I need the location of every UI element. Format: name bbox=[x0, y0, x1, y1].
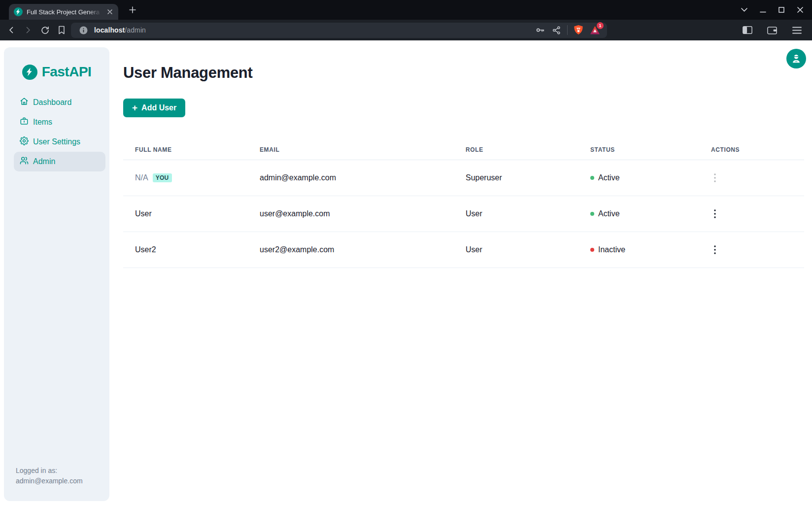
user-avatar-button[interactable] bbox=[786, 49, 806, 68]
column-full-name: Full Name bbox=[123, 139, 248, 160]
forward-button[interactable] bbox=[22, 24, 34, 36]
logged-in-label: Logged in as: bbox=[16, 466, 98, 476]
toolbar-divider bbox=[567, 25, 568, 35]
bookmark-icon[interactable] bbox=[55, 24, 68, 36]
cell-email: admin@example.com bbox=[248, 160, 454, 196]
cell-status: Active bbox=[578, 196, 699, 232]
plus-icon: + bbox=[132, 103, 137, 112]
table-row: N/A YOU admin@example.com Superuser Acti… bbox=[123, 160, 804, 196]
sidebar-item-label: Dashboard bbox=[33, 98, 71, 107]
rewards-notification-badge: 1 bbox=[597, 22, 604, 29]
users-icon bbox=[20, 156, 29, 167]
status-dot bbox=[590, 248, 594, 252]
brave-rewards-icon[interactable]: 1 bbox=[589, 24, 601, 36]
column-actions: Actions bbox=[699, 139, 804, 160]
site-info-icon[interactable] bbox=[77, 24, 89, 36]
add-user-button[interactable]: + Add User bbox=[123, 99, 185, 117]
menu-hamburger-icon[interactable] bbox=[790, 24, 803, 36]
reload-button[interactable] bbox=[38, 24, 51, 36]
brave-shield-icon[interactable] bbox=[573, 24, 584, 36]
cell-full-name: User bbox=[123, 196, 248, 232]
sidebar-toggle-icon[interactable] bbox=[741, 24, 754, 36]
back-button[interactable] bbox=[5, 24, 18, 36]
fastapi-favicon-icon bbox=[14, 7, 23, 16]
sidebar-item-label: Admin bbox=[33, 157, 55, 166]
cell-actions bbox=[699, 160, 804, 196]
share-icon[interactable] bbox=[550, 24, 562, 36]
cell-role: User bbox=[454, 196, 578, 232]
tab-close-icon[interactable] bbox=[105, 7, 114, 16]
wallet-icon[interactable] bbox=[766, 24, 778, 36]
sidebar-item-admin[interactable]: Admin bbox=[14, 152, 105, 171]
table-header: Full Name Email Role Status Actions bbox=[123, 139, 804, 160]
column-status: Status bbox=[578, 139, 699, 160]
cell-role: User bbox=[454, 232, 578, 268]
row-actions-button[interactable] bbox=[708, 171, 722, 185]
row-actions-button[interactable] bbox=[708, 243, 722, 257]
password-key-icon[interactable] bbox=[534, 24, 546, 36]
column-role: Role bbox=[454, 139, 578, 160]
tab-title: Full Stack Project Genera bbox=[27, 8, 102, 16]
table-body: N/A YOU admin@example.com Superuser Acti… bbox=[123, 160, 804, 268]
sidebar-item-label: User Settings bbox=[33, 137, 80, 146]
status-dot bbox=[590, 212, 594, 216]
url-host: localhost bbox=[94, 26, 125, 34]
logged-in-email: admin@example.com bbox=[16, 476, 98, 486]
close-window-button[interactable] bbox=[796, 6, 804, 14]
tab-search-chevron-icon[interactable] bbox=[740, 6, 748, 14]
app-area: FastAPI Dashboard Items bbox=[0, 40, 812, 505]
url-path: /admin bbox=[125, 26, 146, 34]
minimize-button[interactable] bbox=[759, 6, 767, 14]
main-content: User Management + Add User Full Name Ema… bbox=[109, 40, 812, 505]
cell-actions bbox=[699, 232, 804, 268]
sidebar-nav: Dashboard Items User Settings bbox=[4, 93, 109, 171]
tab-strip: Full Stack Project Genera bbox=[0, 0, 812, 20]
status-dot bbox=[590, 176, 594, 180]
browser-tab[interactable]: Full Stack Project Genera bbox=[9, 4, 118, 20]
table-row: User2 user2@example.com User Inactive bbox=[123, 232, 804, 268]
briefcase-icon bbox=[20, 117, 29, 128]
sidebar-item-items[interactable]: Items bbox=[14, 112, 105, 132]
fastapi-logo: FastAPI bbox=[4, 64, 109, 80]
you-badge: YOU bbox=[153, 173, 172, 182]
cell-email: user@example.com bbox=[248, 196, 454, 232]
url-text: localhost/admin bbox=[94, 26, 146, 34]
sidebar-item-dashboard[interactable]: Dashboard bbox=[14, 93, 105, 112]
cell-email: user2@example.com bbox=[248, 232, 454, 268]
fastapi-logo-icon bbox=[22, 65, 37, 80]
home-icon bbox=[20, 97, 29, 108]
cell-full-name: User2 bbox=[123, 232, 248, 268]
page-title: User Management bbox=[123, 64, 812, 82]
maximize-button[interactable] bbox=[778, 6, 785, 14]
users-table: Full Name Email Role Status Actions N/A … bbox=[123, 139, 804, 268]
cell-status: Active bbox=[578, 160, 699, 196]
new-tab-button[interactable] bbox=[126, 3, 139, 16]
logged-in-footer: Logged in as: admin@example.com bbox=[4, 466, 109, 486]
cell-full-name: N/A YOU bbox=[123, 160, 248, 196]
fastapi-logo-text: FastAPI bbox=[42, 64, 92, 80]
cell-actions bbox=[699, 196, 804, 232]
sidebar-item-label: Items bbox=[33, 118, 52, 127]
row-actions-button[interactable] bbox=[708, 207, 722, 221]
gear-icon bbox=[20, 136, 29, 147]
cell-status: Inactive bbox=[578, 232, 699, 268]
table-row: User user@example.com User Active bbox=[123, 196, 804, 232]
column-email: Email bbox=[248, 139, 454, 160]
browser-window: Full Stack Project Genera bbox=[0, 0, 812, 505]
cell-role: Superuser bbox=[454, 160, 578, 196]
url-bar[interactable]: localhost/admin 1 bbox=[71, 23, 607, 38]
browser-toolbar: localhost/admin 1 bbox=[0, 20, 812, 40]
sidebar-item-user-settings[interactable]: User Settings bbox=[14, 132, 105, 152]
sidebar: FastAPI Dashboard Items bbox=[4, 47, 109, 501]
